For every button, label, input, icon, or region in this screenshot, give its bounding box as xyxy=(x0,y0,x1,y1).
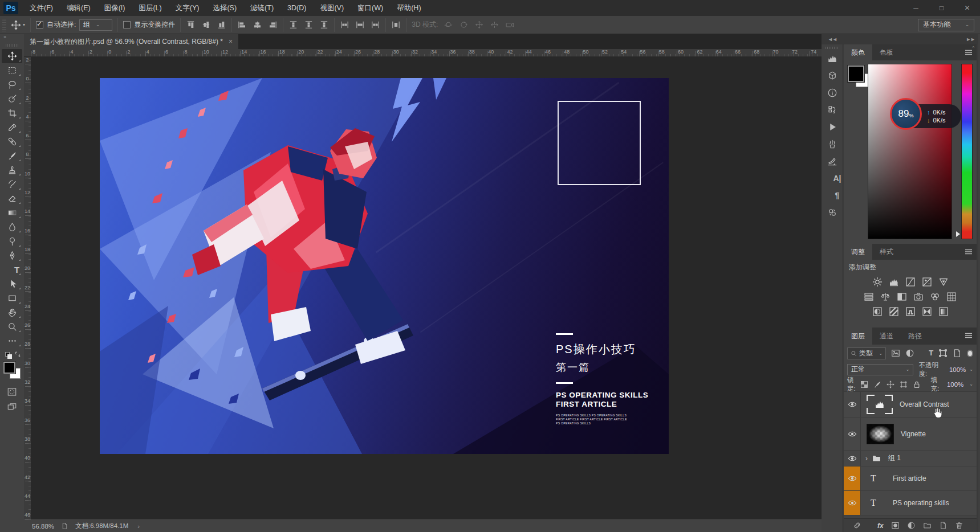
filter-type-layers-icon[interactable]: T xyxy=(920,349,933,358)
layer-visibility-cell[interactable] xyxy=(844,466,861,490)
character-panel-icon[interactable]: A| xyxy=(822,170,843,187)
clone-source-panel-icon[interactable] xyxy=(822,153,843,170)
menu-item[interactable]: 文字(Y) xyxy=(169,0,206,16)
layer-filter-toggle[interactable] xyxy=(967,350,973,357)
lock-all-icon[interactable] xyxy=(913,380,921,388)
hand-tool[interactable] xyxy=(2,305,22,320)
auto-select-checkbox[interactable] xyxy=(36,21,43,28)
eraser-tool[interactable] xyxy=(2,191,22,206)
foreground-color-swatch[interactable] xyxy=(3,362,15,374)
layer-row[interactable]: › T First article xyxy=(844,466,977,491)
layer-kind-dropdown[interactable]: 类型 ⌄ xyxy=(847,347,886,359)
distribute-bottom-edges-icon[interactable] xyxy=(319,20,329,30)
menu-item[interactable]: 编辑(E) xyxy=(60,0,97,16)
layer-visibility-cell[interactable] xyxy=(844,491,861,515)
gradient-tool[interactable] xyxy=(2,206,22,220)
canvas-artwork[interactable]: PS操作小技巧 第一篇 PS OPERATING SKILLS FIRST AR… xyxy=(100,78,669,454)
threshold-icon[interactable] xyxy=(905,306,916,317)
lock-image-pixels-icon[interactable] xyxy=(873,380,881,388)
current-tool-indicator[interactable]: ▾ xyxy=(11,20,25,30)
align-right-edges-icon[interactable] xyxy=(268,20,278,30)
add-layer-mask-icon[interactable] xyxy=(891,521,900,530)
tools-collapse-button[interactable]: » xyxy=(0,34,24,43)
menu-item[interactable]: 图像(I) xyxy=(97,0,132,16)
lasso-tool[interactable] xyxy=(2,77,22,92)
layer-name[interactable]: Vignette xyxy=(901,430,926,438)
brightness-contrast-icon[interactable] xyxy=(872,277,883,287)
align-bottom-edges-icon[interactable] xyxy=(217,20,226,30)
text-layer-thumbnail[interactable]: T xyxy=(861,498,886,508)
selective-color-icon[interactable] xyxy=(938,306,949,317)
maximize-button[interactable]: □ xyxy=(929,0,954,16)
status-export-icon[interactable] xyxy=(61,522,68,530)
panel-menu-icon[interactable] xyxy=(965,333,973,338)
fill-value[interactable]: 100% xyxy=(947,381,963,388)
layer-thumbnail[interactable] xyxy=(867,424,894,444)
quick-mask-button[interactable] xyxy=(2,384,22,399)
expand-panels-icon[interactable]: ►► xyxy=(966,36,975,42)
lock-artboard-icon[interactable] xyxy=(900,380,908,388)
layer-visibility-cell[interactable] xyxy=(844,392,861,417)
clone-stamp-tool[interactable] xyxy=(2,163,22,177)
collapse-panels-icon[interactable]: ◄◄ xyxy=(828,36,837,42)
close-button[interactable]: ✕ xyxy=(954,0,980,16)
hue-ramp[interactable] xyxy=(961,64,973,239)
align-horizontal-centers-icon[interactable] xyxy=(253,20,262,30)
crop-tool[interactable] xyxy=(2,106,22,120)
tab-styles[interactable]: 样式 xyxy=(872,244,901,260)
panel-foreground-swatch[interactable] xyxy=(848,66,864,82)
3d-roll-icon[interactable] xyxy=(459,20,469,30)
blur-tool[interactable] xyxy=(2,220,22,234)
filter-smart-objects-icon[interactable] xyxy=(953,349,962,358)
minimize-button[interactable]: ─ xyxy=(903,0,929,16)
menu-item[interactable]: 帮助(H) xyxy=(390,0,428,16)
lock-transparent-pixels-icon[interactable] xyxy=(860,380,868,388)
group-thumbnail[interactable]: › xyxy=(865,453,881,463)
document-size[interactable]: 文档:6.98M/84.1M xyxy=(75,522,128,530)
posterize-icon[interactable] xyxy=(889,306,899,317)
color-lookup-icon[interactable] xyxy=(946,292,957,302)
tab-swatches[interactable]: 色板 xyxy=(872,44,901,60)
layer-row[interactable]: › T Vignette xyxy=(844,418,977,451)
layer-row[interactable]: › T PS operating skills xyxy=(844,491,977,515)
lock-position-icon[interactable] xyxy=(887,380,894,388)
ruler-top[interactable]: 8642024681012141618202224262830323436384… xyxy=(31,49,822,57)
3d-slide-icon[interactable] xyxy=(490,20,499,30)
3d-panel-icon[interactable] xyxy=(822,67,843,84)
filter-pixel-layers-icon[interactable] xyxy=(891,349,900,358)
ruler-corner[interactable] xyxy=(24,49,31,57)
rectangle-tool[interactable] xyxy=(2,291,22,305)
distribute-horizontal-centers-icon[interactable] xyxy=(355,20,365,30)
dodge-tool[interactable] xyxy=(2,234,22,248)
link-layers-icon[interactable] xyxy=(853,521,861,530)
align-left-edges-icon[interactable] xyxy=(237,20,247,30)
tab-close-icon[interactable]: × xyxy=(229,38,233,46)
menu-item[interactable]: 3D(D) xyxy=(280,0,313,16)
align-top-edges-icon[interactable] xyxy=(186,20,196,30)
paragraph-panel-icon[interactable]: ¶ xyxy=(822,187,843,204)
3d-camera-icon[interactable] xyxy=(505,20,515,30)
show-transform-checkbox[interactable] xyxy=(123,21,131,28)
text-layer-thumbnail[interactable]: T xyxy=(861,473,886,484)
distribute-vertical-centers-icon[interactable] xyxy=(304,20,314,30)
scroll-up-icon[interactable]: ⌃ xyxy=(971,46,975,51)
exposure-icon[interactable] xyxy=(922,277,932,287)
black-white-icon[interactable] xyxy=(897,292,907,302)
brush-tool[interactable] xyxy=(2,149,22,163)
path-selection-tool[interactable] xyxy=(2,277,22,291)
distribute-spacing-icon[interactable] xyxy=(391,20,401,30)
type-tool[interactable]: T xyxy=(2,263,22,277)
hue-slider-marker[interactable] xyxy=(956,231,960,237)
tool-presets-panel-icon[interactable] xyxy=(822,204,843,221)
opacity-caret[interactable]: ⌄ xyxy=(969,367,973,372)
layer-visibility-cell[interactable] xyxy=(844,451,861,466)
tab-channels[interactable]: 通道 xyxy=(872,328,901,345)
group-expander-icon[interactable]: › xyxy=(865,455,868,463)
new-group-icon[interactable] xyxy=(923,521,932,530)
tab-adjustments[interactable]: 调整 xyxy=(844,244,872,260)
photo-filter-icon[interactable] xyxy=(913,292,924,302)
netspeed-ball[interactable]: 89% xyxy=(890,98,922,130)
layer-style-icon[interactable]: fx xyxy=(869,521,884,530)
menu-item[interactable]: 图层(L) xyxy=(132,0,168,16)
pen-tool[interactable] xyxy=(2,248,22,263)
